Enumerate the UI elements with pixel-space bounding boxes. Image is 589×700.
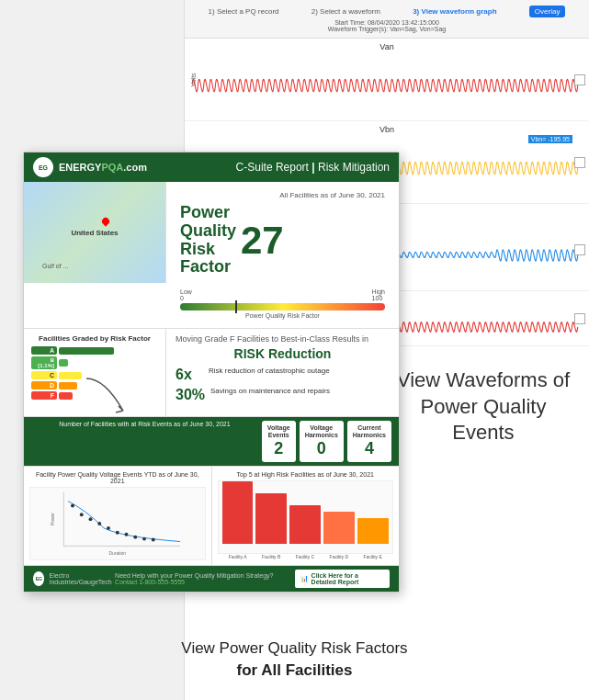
grade-a-row: A (31, 346, 158, 355)
risk-factor-number: 27 (241, 221, 284, 260)
bar-labels: Facility A Facility B Facility C Facilit… (218, 554, 394, 559)
risk-reduction-section: Moving Grade F Facilities to Best-in-Cla… (166, 329, 399, 416)
grade-c-label: C (31, 371, 57, 379)
bar-label-4: Facility D (330, 554, 349, 559)
bar-fill-4 (323, 512, 355, 544)
graded-section: Facilities Graded by Risk Factor A B [1.… (24, 329, 166, 416)
footer-company: Electro Industries/GaugeTech (49, 572, 115, 585)
risk-reduction-main: RISK Reduction (176, 346, 390, 361)
events-label: Number of Facilities with at Risk Events… (31, 421, 258, 427)
report-top: United States Gulf of ... All Facilities… (24, 182, 399, 329)
van-waveform-svg (192, 53, 582, 118)
risk-bar-indicator (235, 300, 237, 313)
grades-title: Facilities Graded by Risk Factor (31, 334, 158, 343)
bar-fill-2 (255, 493, 287, 544)
footer-button[interactable]: 📊 Click Here for a Detailed Report (295, 570, 390, 588)
small-checkbox[interactable] (574, 313, 585, 324)
report-header-left: EG ENERGYPQA.com (33, 157, 147, 177)
grade-a-bar (59, 347, 114, 355)
vbn-value-badge: Vbn= -195.95 (528, 135, 572, 143)
van-axis: Volts (190, 73, 197, 86)
bar-label-2: Facility B (262, 554, 280, 559)
vcn-checkbox[interactable] (574, 244, 585, 255)
map-area: United States Gulf of ... (24, 182, 166, 283)
logo-text: ENERGYPQA.com (59, 162, 147, 173)
footer-logo: EG (33, 571, 44, 586)
events-section: Number of Facilities with at Risk Events… (24, 417, 399, 466)
caption-line1: View Power Quality Risk Factors (181, 639, 407, 657)
grade-a-label: A (31, 346, 57, 355)
waveform-steps: 1) Select a PQ record 2) Select a wavefo… (192, 6, 582, 17)
right-text-panel: View Waveforms of Power Quality Events (378, 349, 589, 465)
grade-f-bar (59, 392, 73, 400)
svg-point-2 (71, 503, 74, 507)
graded-chart-area: A B [1.1%] C D F (31, 346, 158, 411)
current-harmonics-number: 4 (353, 439, 386, 458)
current-harmonics-label: CurrentHarmonics (353, 424, 386, 438)
van-checkbox[interactable] (574, 74, 585, 85)
svg-point-10 (142, 536, 146, 540)
right-panel-title: View Waveforms of Power Quality Events (396, 367, 571, 446)
risk-bar-footer: Power Quality Risk Factor (180, 312, 385, 319)
report-card: EG ENERGYPQA.com C-Suite Report | Risk M… (23, 152, 400, 593)
voltage-harmonics-label: VoltageHarmonics (305, 424, 338, 438)
footer-chart-icon: 📊 (300, 575, 309, 582)
risk-stat-30: 30% Savings on maintenance and repairs (176, 387, 390, 403)
bar-label-3: Facility C (296, 554, 315, 559)
overlay-button[interactable]: Overlay (529, 6, 566, 17)
grade-d-bar (59, 382, 77, 390)
bar-item-3 (289, 505, 321, 544)
svg-text:Duration: Duration (109, 551, 127, 556)
risk-bar-container: Low0 High100 Power Quality Risk Factor (180, 288, 385, 319)
voltage-events-number: 2 (267, 439, 290, 458)
waveform-header: 1) Select a PQ record 2) Select a wavefo… (185, 0, 589, 39)
risk-bar (180, 303, 385, 310)
footer-text: Need Help with your Power Quality Mitiga… (115, 572, 294, 585)
svg-point-3 (80, 513, 84, 516)
scatter-chart-title: Facility Power Quality Voltage Events YT… (29, 471, 206, 484)
bar-fill-5 (357, 518, 389, 544)
bar-chart-area (218, 480, 394, 554)
report-title: C-Suite Report | Risk Mitigation (236, 161, 390, 174)
risk-factor-area: All Facilities as of June 30, 2021 Power… (166, 182, 399, 328)
trigger-label: Waveform Trigger(s): Van=Sag, Von=Sag (328, 26, 446, 32)
svg-text:Power: Power (51, 512, 56, 525)
step1-label: 1) Select a PQ record (209, 7, 279, 16)
risk-stat-6x-text: Risk reduction of catastrophic outage (209, 367, 330, 376)
van-label: Van (192, 42, 582, 51)
bar-label-1: Facility A (229, 554, 247, 559)
start-time: Start Time: 08/04/2020 13:42:15:000 (334, 19, 439, 26)
footer-link[interactable]: Contact 1-800-555-5555 (115, 579, 185, 585)
footer-left: EG Electro Industries/GaugeTech (33, 571, 115, 586)
step2-label: 2) Select a waveform (311, 7, 380, 16)
vbn-label: Vbn (192, 125, 582, 134)
caption-line2: for All Facilities (237, 661, 353, 679)
svg-point-9 (133, 535, 137, 538)
report-header: EG ENERGYPQA.com C-Suite Report | Risk M… (24, 152, 399, 182)
scatter-chart-section: Facility Power Quality Voltage Events YT… (24, 467, 211, 565)
risk-bar-labels: Low0 High100 (180, 288, 385, 301)
bar-fill-1 (222, 481, 254, 544)
bar-fill-3 (289, 505, 321, 544)
bar-high-label: High100 (372, 288, 385, 301)
vbn-checkbox[interactable] (574, 157, 585, 168)
svg-point-5 (97, 522, 101, 525)
bar-chart-title: Top 5 at High Risk Facilities as of June… (218, 471, 394, 478)
current-harmonics-card: CurrentHarmonics 4 (347, 421, 391, 461)
svg-point-11 (152, 537, 155, 541)
arrow-svg (77, 374, 132, 420)
voltage-harmonics-card: VoltageHarmonics 0 (300, 421, 344, 461)
step3-label[interactable]: 3) View waveform graph (413, 7, 496, 16)
facilities-date: All Facilities as of June 30, 2021 (180, 191, 385, 199)
grade-b-label: B [1.1%] (31, 356, 57, 369)
grade-f-label: F (31, 391, 57, 400)
risk-stat-30-text: Savings on maintenance and repairs (210, 387, 330, 396)
voltage-events-card: VoltageEvents 2 (262, 421, 296, 461)
risk-factor-label: PowerQualityRiskFactor (180, 204, 236, 277)
voltage-harmonics-number: 0 (305, 439, 338, 458)
risk-stat-6x: 6x Risk reduction of catastrophic outage (176, 367, 390, 383)
logo-circle: EG (33, 157, 53, 177)
bottom-caption: View Power Quality Risk Factors for All … (0, 638, 589, 682)
bar-item-5 (357, 518, 389, 544)
risk-stat-30-number: 30% (176, 387, 205, 403)
